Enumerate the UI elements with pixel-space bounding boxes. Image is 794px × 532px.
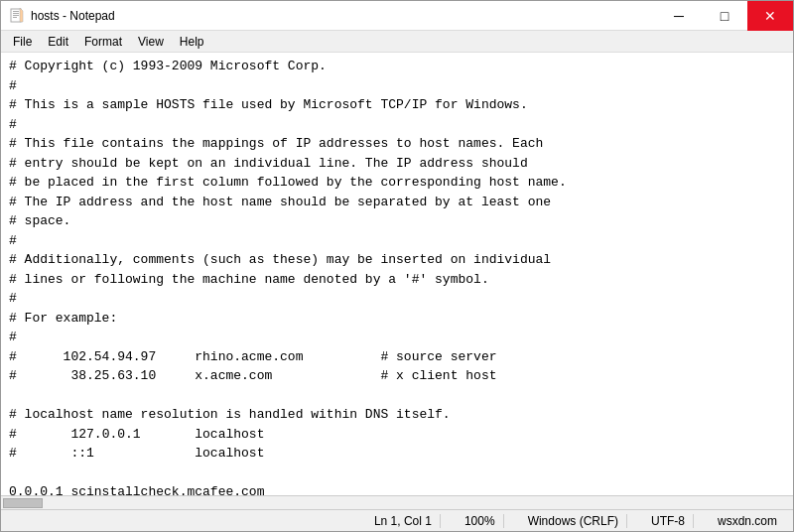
editor-area: # Copyright (c) 1993-2009 Microsoft Corp…	[1, 53, 793, 509]
notepad-window: hosts - Notepad ─ □ ✕ File Edit Format V…	[0, 0, 794, 532]
svg-rect-2	[13, 13, 19, 14]
menu-file[interactable]: File	[5, 33, 40, 51]
menu-format[interactable]: Format	[76, 33, 130, 51]
horizontal-scrollbar[interactable]	[1, 495, 793, 509]
minimize-button[interactable]: ─	[656, 1, 702, 31]
status-watermark: wsxdn.com	[710, 514, 785, 528]
title-bar-left: hosts - Notepad	[9, 8, 115, 24]
window-controls: ─ □ ✕	[656, 1, 793, 31]
menu-view[interactable]: View	[130, 33, 172, 51]
app-icon	[9, 8, 25, 24]
menu-help[interactable]: Help	[172, 33, 212, 51]
status-encoding: UTF-8	[643, 514, 694, 528]
close-button[interactable]: ✕	[747, 1, 793, 31]
status-bar: Ln 1, Col 1 100% Windows (CRLF) UTF-8 ws…	[1, 509, 793, 531]
window-title: hosts - Notepad	[31, 9, 115, 23]
status-position: Ln 1, Col 1	[366, 514, 441, 528]
status-zoom: 100%	[457, 514, 504, 528]
restore-button[interactable]: □	[702, 1, 747, 31]
menu-edit[interactable]: Edit	[40, 33, 76, 51]
editor-content[interactable]: # Copyright (c) 1993-2009 Microsoft Corp…	[1, 53, 793, 495]
svg-rect-3	[13, 15, 19, 16]
menu-bar: File Edit Format View Help	[1, 31, 793, 53]
status-line-ending: Windows (CRLF)	[520, 514, 627, 528]
scrollbar-thumb[interactable]	[3, 498, 43, 508]
title-bar: hosts - Notepad ─ □ ✕	[1, 1, 793, 31]
svg-rect-4	[13, 17, 17, 18]
svg-rect-1	[13, 11, 19, 12]
